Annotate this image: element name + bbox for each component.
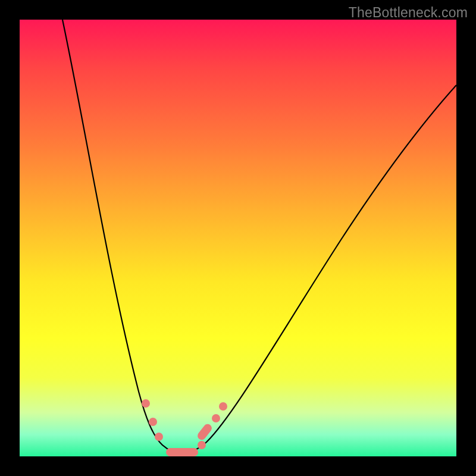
data-point <box>219 402 227 411</box>
curve-right <box>181 85 456 453</box>
data-pill <box>196 422 214 441</box>
chart-svg <box>20 20 456 456</box>
plot-area <box>20 20 456 456</box>
marker-group <box>142 399 227 456</box>
data-pill <box>166 448 198 456</box>
data-point <box>198 441 206 449</box>
curve-left <box>62 20 181 453</box>
data-point <box>149 418 157 426</box>
data-point <box>142 399 150 408</box>
chart-frame: TheBottleneck.com <box>0 0 476 476</box>
data-point <box>212 414 220 422</box>
data-point <box>155 433 163 441</box>
watermark-text: TheBottleneck.com <box>349 5 468 21</box>
